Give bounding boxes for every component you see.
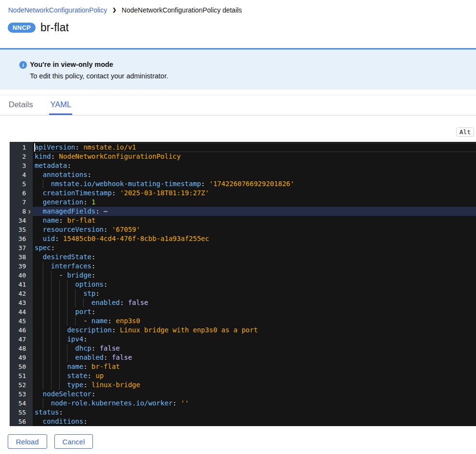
code-text[interactable]: nmstate.io/webhook-mutating-timestamp: '…: [33, 179, 476, 189]
editor-line[interactable]: 35 resourceVersion: '67059': [10, 225, 476, 234]
editor-line[interactable]: 40 - bridge:: [10, 271, 476, 280]
code-text[interactable]: metadata:: [33, 161, 476, 170]
editor-line[interactable]: 56 conditions:: [10, 417, 476, 426]
editor-line[interactable]: 48 dhcp: false: [10, 344, 476, 353]
code-text[interactable]: resourceVersion: '67059': [33, 225, 476, 234]
tab-details[interactable]: Details: [8, 95, 34, 115]
fold-margin: [26, 234, 33, 243]
line-number: 44: [10, 307, 26, 316]
editor-line[interactable]: 34 name: br-flat: [10, 216, 476, 225]
editor-line[interactable]: 49 enabled: false: [10, 353, 476, 362]
code-text[interactable]: generation: 1: [33, 198, 476, 207]
page-title-row: NNCP br-flat: [8, 21, 69, 34]
editor-line[interactable]: 54 node-role.kubernetes.io/worker: '': [10, 399, 476, 408]
code-text[interactable]: nodeSelector:: [33, 390, 476, 399]
code-text[interactable]: annotations:: [33, 170, 476, 179]
line-number: 7: [10, 198, 26, 207]
editor-line[interactable]: 37spec:: [10, 243, 476, 252]
editor-line[interactable]: 8❯ managedFields: ⋯: [10, 207, 476, 216]
editor-line[interactable]: 53 nodeSelector:: [10, 390, 476, 399]
code-text[interactable]: state: up: [33, 371, 476, 380]
editor-line[interactable]: 52 type: linux-bridge: [10, 380, 476, 390]
editor-line[interactable]: 50 name: br-flat: [10, 362, 476, 371]
fold-margin: [26, 307, 33, 316]
breadcrumb-current: NodeNetworkConfigurationPolicy details: [122, 6, 242, 14]
code-text[interactable]: stp:: [33, 289, 476, 298]
shortcut-hint-badge: Alt: [456, 127, 474, 137]
code-text[interactable]: - name: enp3s0: [33, 316, 476, 326]
editor-line[interactable]: 4 annotations:: [10, 170, 476, 179]
code-text[interactable]: enabled: false: [33, 353, 476, 362]
fold-margin: [26, 161, 33, 170]
code-text[interactable]: name: br-flat: [33, 216, 476, 225]
editor-line[interactable]: 38 desiredState:: [10, 252, 476, 262]
line-number: 52: [10, 380, 26, 390]
code-text[interactable]: name: br-flat: [33, 362, 476, 371]
editor-line[interactable]: 6 creationTimestamp: '2025-03-18T01:19:2…: [10, 189, 476, 198]
editor-line[interactable]: 2kind: NodeNetworkConfigurationPolicy: [10, 152, 476, 161]
line-number: 36: [10, 234, 26, 243]
code-text[interactable]: type: linux-bridge: [33, 380, 476, 390]
folded-region[interactable]: ⋯: [103, 207, 108, 215]
editor-line[interactable]: 43 enabled: false: [10, 298, 476, 307]
editor-line[interactable]: 39 interfaces:: [10, 262, 476, 271]
editor-line[interactable]: 55status:: [10, 408, 476, 417]
line-number: 41: [10, 280, 26, 289]
fold-margin: [26, 417, 33, 426]
code-text[interactable]: apiVersion: nmstate.io/v1: [33, 143, 476, 152]
breadcrumb-link[interactable]: NodeNetworkConfigurationPolicy: [8, 6, 107, 14]
tab-yaml[interactable]: YAML: [49, 95, 72, 115]
fold-margin: [26, 189, 33, 198]
editor-line[interactable]: 47 ipv4:: [10, 335, 476, 344]
fold-margin: [26, 298, 33, 307]
fold-margin: [26, 390, 33, 399]
code-text[interactable]: kind: NodeNetworkConfigurationPolicy: [33, 152, 476, 161]
editor-line[interactable]: 45 - name: enp3s0: [10, 316, 476, 326]
editor-line[interactable]: 44 port:: [10, 307, 476, 316]
code-text[interactable]: dhcp: false: [33, 344, 476, 353]
line-number: 34: [10, 216, 26, 225]
line-number: 38: [10, 252, 26, 262]
code-text[interactable]: spec:: [33, 243, 476, 252]
editor-line[interactable]: 5 nmstate.io/webhook-mutating-timestamp:…: [10, 179, 476, 189]
alert-description: To edit this policy, contact your admini…: [30, 72, 168, 80]
fold-collapsed-icon[interactable]: ❯: [26, 207, 33, 216]
editor-line[interactable]: 3metadata:: [10, 161, 476, 170]
fold-margin: [26, 225, 33, 234]
editor-line[interactable]: 51 state: up: [10, 371, 476, 380]
yaml-editor[interactable]: 1apiVersion: nmstate.io/v12kind: NodeNet…: [10, 142, 476, 426]
view-only-alert: i You're in view-only mode To edit this …: [0, 48, 476, 89]
line-number: 53: [10, 390, 26, 399]
editor-line[interactable]: 41 options:: [10, 280, 476, 289]
code-text[interactable]: managedFields: ⋯: [33, 207, 476, 216]
fold-margin: [26, 198, 33, 207]
code-text[interactable]: ipv4:: [33, 335, 476, 344]
editor-line[interactable]: 36 uid: 15485cb0-4cd4-476f-8cbb-a1a93af2…: [10, 234, 476, 243]
editor-line[interactable]: 7 generation: 1: [10, 198, 476, 207]
line-number: 50: [10, 362, 26, 371]
code-text[interactable]: status:: [33, 408, 476, 417]
line-number: 40: [10, 271, 26, 280]
line-number: 5: [10, 179, 26, 189]
code-text[interactable]: uid: 15485cb0-4cd4-476f-8cbb-a1a93af255e…: [33, 234, 476, 243]
fold-margin: [26, 179, 33, 189]
code-text[interactable]: port:: [33, 307, 476, 316]
code-text[interactable]: - bridge:: [33, 271, 476, 280]
cancel-button[interactable]: Cancel: [54, 434, 93, 449]
fold-margin: [26, 216, 33, 225]
code-text[interactable]: desiredState:: [33, 252, 476, 262]
editor-line[interactable]: 42 stp:: [10, 289, 476, 298]
code-text[interactable]: creationTimestamp: '2025-03-18T01:19:27Z…: [33, 189, 476, 198]
fold-margin: [26, 344, 33, 353]
line-number: 54: [10, 399, 26, 408]
code-text[interactable]: interfaces:: [33, 262, 476, 271]
code-text[interactable]: options:: [33, 280, 476, 289]
line-number: 48: [10, 344, 26, 353]
editor-line[interactable]: 46 description: Linux bridge with enp3s0…: [10, 326, 476, 335]
code-text[interactable]: node-role.kubernetes.io/worker: '': [33, 399, 476, 408]
reload-button[interactable]: Reload: [8, 434, 47, 449]
code-text[interactable]: description: Linux bridge with enp3s0 as…: [33, 326, 476, 335]
editor-line[interactable]: 1apiVersion: nmstate.io/v1: [10, 143, 476, 152]
code-text[interactable]: conditions:: [33, 417, 476, 426]
code-text[interactable]: enabled: false: [33, 298, 476, 307]
